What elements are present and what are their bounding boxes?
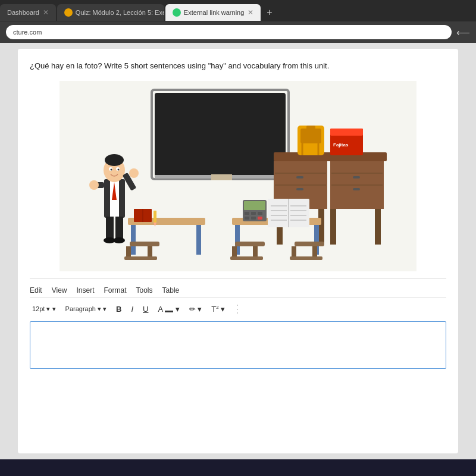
- svg-rect-55: [245, 217, 249, 220]
- tab-bar: Dashboard ✕ Quiz: Módulo 2, Lección 5: E…: [0, 0, 476, 21]
- svg-rect-57: [258, 217, 262, 220]
- italic-button[interactable]: I: [129, 303, 136, 315]
- font-color-button[interactable]: A ▾: [155, 303, 181, 315]
- editor-toolbar: 12pt ▾ Paragraph ▾ B I U A ▾ ✏ ▾ T2 ▾ ⋮: [30, 300, 446, 318]
- font-color-chevron: ▾: [176, 305, 180, 314]
- svg-rect-30: [196, 225, 201, 255]
- svg-rect-51: [244, 201, 265, 210]
- svg-text:Fajitas: Fajitas: [333, 142, 349, 148]
- menu-view[interactable]: View: [52, 286, 67, 295]
- classroom-image: Fajitas: [30, 81, 446, 271]
- svg-point-80: [129, 168, 139, 178]
- tab-quiz-label: Quiz: Módulo 2, Lección 5: Exe: [76, 9, 164, 16]
- menu-edit[interactable]: Edit: [30, 286, 42, 295]
- tab-quiz[interactable]: Quiz: Módulo 2, Lección 5: Exe ✕: [57, 4, 164, 21]
- underline-button[interactable]: U: [140, 303, 151, 315]
- menu-insert[interactable]: Insert: [76, 286, 94, 295]
- browser-chrome: Dashboard ✕ Quiz: Módulo 2, Lección 5: E…: [0, 0, 476, 43]
- svg-point-72: [105, 154, 124, 166]
- page-content: ¿Qué hay en la foto? Write 5 short sente…: [18, 49, 458, 453]
- share-icon[interactable]: ⟵: [456, 27, 470, 38]
- svg-rect-56: [251, 217, 256, 220]
- tab-external-icon: [173, 8, 181, 17]
- svg-rect-81: [106, 217, 114, 240]
- divider: [30, 278, 446, 279]
- svg-point-84: [113, 237, 125, 243]
- menu-tools[interactable]: Tools: [136, 286, 153, 295]
- svg-rect-19: [375, 209, 381, 245]
- address-input[interactable]: [6, 25, 452, 39]
- paragraph-select[interactable]: Paragraph ▾: [63, 304, 109, 314]
- svg-rect-82: [115, 217, 123, 240]
- svg-point-78: [89, 180, 99, 190]
- svg-rect-31: [130, 242, 159, 246]
- toolbar-separator: ⋮: [232, 302, 243, 315]
- paragraph-chevron: ▾: [98, 305, 101, 312]
- svg-rect-52: [245, 212, 249, 215]
- svg-rect-34: [124, 256, 157, 260]
- svg-rect-9: [296, 176, 303, 178]
- font-size-select[interactable]: 12pt ▾: [30, 304, 58, 314]
- svg-point-76: [118, 169, 120, 171]
- svg-rect-4: [211, 174, 232, 180]
- svg-rect-42: [235, 242, 265, 246]
- new-tab-button[interactable]: +: [262, 5, 277, 20]
- classroom-svg: Fajitas: [30, 81, 446, 271]
- svg-rect-17: [318, 209, 324, 245]
- menu-format[interactable]: Format: [104, 286, 127, 295]
- svg-rect-14: [353, 176, 360, 178]
- tab-dashboard-label: Dashboard: [7, 9, 39, 16]
- highlight-button[interactable]: ✏ ▾: [187, 303, 205, 315]
- svg-rect-53: [251, 212, 256, 215]
- superscript-button[interactable]: T2 ▾: [209, 303, 227, 315]
- tab-dashboard[interactable]: Dashboard ✕: [0, 4, 56, 21]
- font-size-chevron: ▾: [46, 305, 50, 312]
- highlight-chevron: ▾: [198, 305, 202, 314]
- bold-button[interactable]: B: [114, 303, 124, 315]
- svg-rect-49: [290, 256, 322, 260]
- tab-external-label: External link warning: [184, 9, 245, 16]
- svg-rect-22: [306, 126, 315, 130]
- text-editor-area[interactable]: [30, 321, 446, 369]
- tab-external[interactable]: External link warning ✕: [165, 4, 261, 21]
- svg-rect-10: [296, 188, 303, 190]
- svg-rect-29: [131, 225, 136, 255]
- menu-table[interactable]: Table: [162, 286, 180, 295]
- editor-menubar: Edit View Insert Format Tools Table: [30, 284, 446, 298]
- svg-rect-18: [330, 209, 336, 245]
- svg-rect-1: [155, 93, 286, 176]
- svg-rect-46: [295, 242, 324, 246]
- svg-rect-21: [300, 129, 321, 143]
- svg-rect-26: [330, 129, 363, 136]
- svg-rect-37: [154, 211, 156, 223]
- svg-rect-45: [230, 256, 263, 260]
- tab-quiz-icon: [64, 8, 73, 17]
- svg-rect-54: [258, 212, 262, 215]
- question-text: ¿Qué hay en la foto? Write 5 short sente…: [30, 61, 446, 71]
- tab-close-external[interactable]: ✕: [248, 8, 253, 17]
- superscript-chevron: ▾: [221, 305, 225, 314]
- tab-close-dashboard[interactable]: ✕: [43, 8, 49, 17]
- address-bar: ⟵: [0, 21, 476, 43]
- svg-point-75: [111, 169, 112, 171]
- svg-rect-15: [353, 188, 360, 190]
